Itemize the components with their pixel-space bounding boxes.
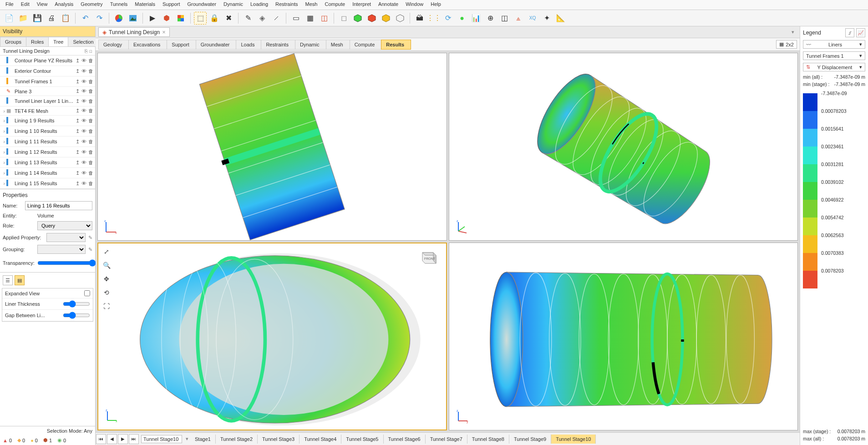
tree-item[interactable]: ›Lining 1 11 Results↥👁🗑 <box>0 137 95 147</box>
delete-icon[interactable]: 🗑 <box>88 79 93 85</box>
stage-first-icon[interactable]: ⏮ <box>96 434 106 444</box>
delete-icon[interactable]: 🗑 <box>88 88 93 94</box>
legend-chart-icon[interactable]: 📈 <box>856 28 865 37</box>
list-view-icon[interactable]: ☰ <box>3 275 13 285</box>
menu-materials[interactable]: Materials <box>131 0 159 10</box>
eye-icon[interactable]: 👁 <box>81 128 86 134</box>
tree-item[interactable]: ›▦TET4 FE Mesh↥👁🗑 <box>0 106 95 116</box>
crumb-results[interactable]: Results <box>381 40 411 50</box>
menu-groundwater[interactable]: Groundwater <box>184 0 220 10</box>
menu-edit[interactable]: Edit <box>17 0 33 10</box>
frames-dropdown[interactable]: Tunnel Frames 1 ▾ <box>803 51 865 60</box>
expand-icon[interactable]: › <box>2 170 6 176</box>
box-icon[interactable]: ▭ <box>289 12 302 25</box>
undo-icon[interactable]: ↶ <box>79 12 91 25</box>
crumb-dynamic[interactable]: Dynamic <box>295 40 326 50</box>
expand-icon[interactable]: › <box>2 118 6 123</box>
refresh-icon[interactable]: ⟳ <box>442 12 454 25</box>
menu-mesh[interactable]: Mesh <box>302 0 321 10</box>
delete-icon[interactable]: 🗑 <box>88 160 93 166</box>
transparency-slider[interactable] <box>37 259 96 267</box>
surface-icon[interactable]: 🏔 <box>413 12 426 25</box>
move-up-icon[interactable]: ↥ <box>76 68 80 74</box>
select-box-icon[interactable]: ⬚ <box>194 12 207 25</box>
dim-icon[interactable]: 📐 <box>554 12 567 25</box>
move-up-icon[interactable]: ↥ <box>76 118 80 124</box>
delete-icon[interactable]: 🗑 <box>88 149 93 155</box>
eye-icon[interactable]: 👁 <box>81 118 86 124</box>
stage-tab[interactable]: Tunnel Stage8 <box>467 435 509 444</box>
tree-header-icons[interactable]: ⎘ ⊡ <box>85 48 92 54</box>
stage-tab[interactable]: Stage1 <box>190 435 216 444</box>
tab-roles[interactable]: Roles <box>26 37 49 46</box>
multicube-icon[interactable]: ◫ <box>318 12 330 25</box>
stage-prev-icon[interactable]: ◀ <box>107 434 117 444</box>
gap-between-slider[interactable] <box>63 312 90 319</box>
chart-icon[interactable]: 📊 <box>470 12 482 25</box>
eye-icon[interactable]: 👁 <box>81 98 86 104</box>
axes-icon[interactable]: ✦ <box>540 12 553 25</box>
delete-icon[interactable]: 🗑 <box>88 98 93 104</box>
viewport-top-left[interactable]: zy <box>97 53 447 241</box>
layers-icon[interactable]: ◈ <box>256 12 269 25</box>
viewport-bottom-right[interactable]: zy <box>449 243 798 430</box>
menu-view[interactable]: View <box>33 0 51 10</box>
stage-tab[interactable]: Tunnel Stage5 <box>341 435 383 444</box>
move-up-icon[interactable]: ↥ <box>76 98 80 104</box>
color-cube4-icon[interactable] <box>394 12 406 25</box>
zoom-fit-icon[interactable]: ⤢ <box>101 246 112 257</box>
eye-icon[interactable]: 👁 <box>81 88 86 94</box>
metric-dropdown[interactable]: ⇅ Y Displacement ▾ <box>803 63 865 71</box>
eye-icon[interactable]: 👁 <box>81 149 86 155</box>
menu-dynamic[interactable]: Dynamic <box>220 0 247 10</box>
grid-icon[interactable]: ▦ <box>304 12 316 25</box>
globe-icon[interactable]: ● <box>456 12 468 25</box>
color-cube3-icon[interactable] <box>380 12 392 25</box>
menu-loading[interactable]: Loading <box>247 0 272 10</box>
menu-tunnels[interactable]: Tunnels <box>107 0 132 10</box>
tab-dropdown-icon[interactable]: ▾ <box>789 29 797 35</box>
crumb-loads[interactable]: Loads <box>236 40 261 50</box>
delete-icon[interactable]: 🗑 <box>88 181 93 187</box>
move-up-icon[interactable]: ↥ <box>76 108 80 114</box>
stage-next-icon[interactable]: ▶ <box>118 434 128 444</box>
menu-annotate[interactable]: Annotate <box>375 0 402 10</box>
move-up-icon[interactable]: ↥ <box>76 170 80 176</box>
legend-settings-icon[interactable]: ⎎ <box>845 28 854 37</box>
stage-tab[interactable]: Tunnel Stage9 <box>509 435 551 444</box>
expand-icon[interactable]: › <box>2 108 6 114</box>
stage-tab[interactable]: Tunnel Stage2 <box>216 435 258 444</box>
move-up-icon[interactable]: ↥ <box>76 181 80 187</box>
cube-color-icon[interactable] <box>174 12 187 25</box>
expand-icon[interactable]: › <box>2 128 6 134</box>
stage-tab[interactable]: Tunnel Stage3 <box>258 435 299 444</box>
stage-tab[interactable]: Tunnel Stage10 <box>551 435 596 444</box>
menu-help[interactable]: Help <box>427 0 445 10</box>
tree-item[interactable]: Tunnel Liner Layer 1 Line Que↥👁🗑 <box>0 96 95 106</box>
stage-tab[interactable]: Tunnel Stage6 <box>384 435 426 444</box>
move-up-icon[interactable]: ↥ <box>76 149 80 155</box>
eye-icon[interactable]: 👁 <box>81 58 86 64</box>
rotate-icon[interactable]: ⟲ <box>101 287 112 298</box>
name-input[interactable] <box>25 201 92 210</box>
points-icon[interactable]: ⋮⋮ <box>427 12 440 25</box>
eye-icon[interactable]: 👁 <box>81 160 86 166</box>
tree-item[interactable]: Contour Plane YZ Results↥👁🗑 <box>0 56 95 66</box>
delete-icon[interactable]: 🗑 <box>88 118 93 124</box>
xq-icon[interactable]: XQ <box>526 12 539 25</box>
tree-item[interactable]: ›Lining 1 9 Results↥👁🗑 <box>0 116 95 126</box>
menu-window[interactable]: Window <box>402 0 427 10</box>
stage-tab[interactable]: Tunnel Stage4 <box>299 435 341 444</box>
menu-geometry[interactable]: Geometry <box>77 0 106 10</box>
expand-icon[interactable]: › <box>2 160 6 165</box>
cube-outline-icon[interactable]: ◫ <box>498 12 511 25</box>
stage-last-icon[interactable]: ⏭ <box>129 434 139 444</box>
menu-analysis[interactable]: Analysis <box>51 0 77 10</box>
color-cube2-icon[interactable] <box>365 12 378 25</box>
tab-groups[interactable]: Groups <box>0 37 26 46</box>
tree-item[interactable]: ›Lining 1 10 Results↥👁🗑 <box>0 126 95 137</box>
wireframe-cube-icon[interactable]: ◻ <box>337 12 350 25</box>
pointer-icon[interactable]: ▶ <box>146 12 159 25</box>
pan-icon[interactable]: ✥ <box>101 273 112 284</box>
delete-icon[interactable]: 🗑 <box>88 58 93 64</box>
